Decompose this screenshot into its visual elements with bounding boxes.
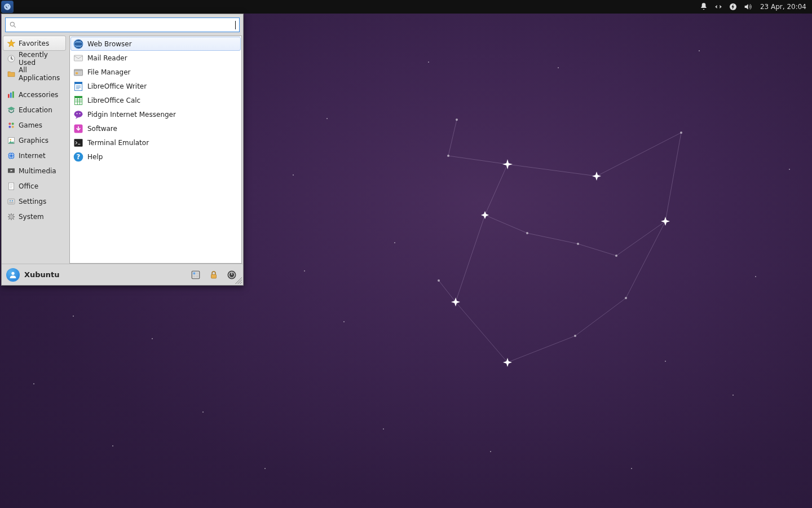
- svg-point-12: [574, 335, 576, 337]
- sidebar: FavoritesRecently UsedAll ApplicationsAc…: [3, 36, 66, 264]
- svg-rect-81: [74, 82, 82, 84]
- svg-point-24: [699, 50, 700, 51]
- lock-icon: [209, 270, 219, 280]
- svg-point-31: [631, 468, 632, 469]
- sidebar-item-system[interactable]: System: [3, 209, 66, 224]
- network-icon[interactable]: [714, 2, 723, 11]
- sidebar-item-label: Recently Used: [19, 51, 62, 67]
- calc-icon: [73, 95, 84, 106]
- volume-icon[interactable]: [743, 2, 752, 11]
- app-item-file-manager[interactable]: File Manager: [70, 65, 241, 79]
- svg-point-21: [383, 428, 384, 430]
- svg-point-7: [447, 155, 449, 157]
- user-avatar[interactable]: [6, 268, 20, 282]
- svg-point-30: [490, 451, 491, 452]
- app-item-pidgin-internet-messenger[interactable]: Pidgin Internet Messenger: [70, 107, 241, 121]
- svg-marker-0: [502, 159, 513, 169]
- svg-point-91: [74, 111, 83, 117]
- app-item-mail-reader[interactable]: Mail Reader: [70, 51, 241, 65]
- svg-marker-41: [7, 40, 15, 47]
- sidebar-item-games[interactable]: Games: [3, 117, 66, 133]
- svg-point-36: [4, 3, 11, 10]
- svg-text:?: ?: [77, 153, 81, 161]
- sidebar-item-settings[interactable]: Settings: [3, 194, 66, 209]
- svg-point-23: [558, 67, 559, 68]
- svg-point-46: [8, 122, 11, 125]
- svg-point-19: [326, 118, 328, 119]
- svg-point-20: [343, 321, 345, 322]
- svg-line-72: [8, 218, 9, 219]
- power-manager-icon[interactable]: [729, 2, 738, 11]
- svg-point-93: [80, 113, 81, 114]
- preferences-icon: [191, 270, 201, 280]
- svg-marker-1: [592, 172, 601, 181]
- sidebar-item-internet[interactable]: Internet: [3, 148, 66, 163]
- sidebar-item-favorites[interactable]: Favorites: [3, 36, 66, 51]
- application-menu-button[interactable]: [1, 1, 14, 13]
- svg-rect-100: [192, 271, 200, 279]
- svg-point-35: [394, 242, 395, 243]
- svg-point-9: [526, 232, 528, 234]
- svg-line-40: [14, 26, 16, 28]
- office-icon: [7, 182, 16, 191]
- svg-point-52: [8, 152, 15, 159]
- sidebar-item-all-applications[interactable]: All Applications: [3, 66, 66, 81]
- app-item-libreoffice-calc[interactable]: LibreOffice Calc: [70, 93, 241, 107]
- app-item-libreoffice-writer[interactable]: LibreOffice Writer: [70, 79, 241, 93]
- settings-icon: [7, 197, 16, 206]
- sidebar-item-label: Games: [19, 121, 42, 129]
- sidebar-item-recently-used[interactable]: Recently Used: [3, 51, 66, 66]
- search-input[interactable]: [20, 21, 235, 29]
- search-input-wrapper[interactable]: [5, 17, 240, 32]
- svg-rect-61: [8, 199, 15, 204]
- svg-rect-105: [211, 274, 217, 278]
- sidebar-item-graphics[interactable]: Graphics: [3, 133, 66, 148]
- sidebar-item-label: System: [19, 213, 44, 221]
- top-panel: 23 Apr, 20:04: [0, 0, 812, 14]
- clock[interactable]: 23 Apr, 20:04: [758, 3, 809, 11]
- svg-point-48: [8, 125, 11, 128]
- svg-line-71: [13, 218, 14, 219]
- app-item-web-browser[interactable]: Web Browser: [70, 37, 241, 51]
- app-item-label: Terminal Emulator: [87, 139, 149, 147]
- svg-point-32: [665, 361, 666, 362]
- app-item-software[interactable]: Software: [70, 121, 241, 135]
- application-menu: FavoritesRecently UsedAll ApplicationsAc…: [1, 14, 244, 286]
- svg-point-15: [73, 316, 74, 317]
- app-item-help[interactable]: ?Help: [70, 150, 241, 164]
- svg-rect-86: [74, 96, 82, 98]
- svg-point-25: [755, 276, 756, 277]
- sidebar-item-label: Internet: [19, 152, 46, 160]
- svg-rect-43: [8, 94, 10, 98]
- folder-icon: [7, 69, 16, 78]
- sidebar-item-office[interactable]: Office: [3, 178, 66, 194]
- sidebar-item-multimedia[interactable]: Multimedia: [3, 163, 66, 178]
- svg-point-18: [293, 174, 294, 176]
- app-item-terminal-emulator[interactable]: Terminal Emulator: [70, 135, 241, 150]
- filemanager-icon: [73, 67, 84, 78]
- svg-point-28: [33, 383, 34, 384]
- svg-point-13: [625, 297, 627, 299]
- user-icon: [8, 270, 17, 279]
- sidebar-item-accessories[interactable]: Accessories: [3, 87, 66, 102]
- svg-point-29: [202, 411, 204, 413]
- menu-footer: Xubuntu: [2, 264, 243, 285]
- app-item-label: LibreOffice Writer: [87, 82, 147, 90]
- internet-icon: [7, 151, 16, 160]
- svg-point-11: [615, 255, 617, 257]
- sidebar-item-education[interactable]: Education: [3, 102, 66, 117]
- svg-point-47: [12, 122, 14, 125]
- svg-point-14: [438, 279, 440, 282]
- user-label: Xubuntu: [24, 270, 60, 279]
- lock-screen-button[interactable]: [207, 268, 220, 282]
- svg-point-10: [577, 243, 579, 245]
- app-item-label: Web Browser: [87, 40, 132, 48]
- xubuntu-logo-icon: [3, 3, 11, 11]
- sidebar-item-label: All Applications: [19, 66, 62, 82]
- settings-manager-button[interactable]: [189, 268, 202, 282]
- svg-rect-45: [12, 91, 14, 98]
- resize-grip[interactable]: [235, 277, 242, 284]
- svg-rect-101: [193, 272, 196, 274]
- text-caret: [235, 21, 236, 29]
- notifications-icon[interactable]: [699, 2, 708, 11]
